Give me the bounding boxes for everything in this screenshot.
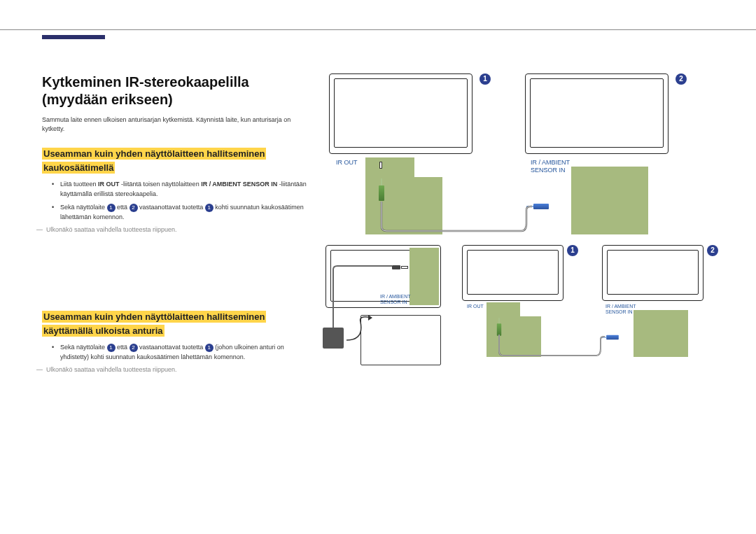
intro-paragraph: Sammuta laite ennen ulkoisen anturisarja… <box>42 115 308 133</box>
section1-line1: Useamman kuin yhden näyttölaitteen halli… <box>42 148 266 160</box>
figure1: 1 2 IR OUT IR / AMBIENT SENSOR IN <box>322 73 714 245</box>
num-badge-1d: 1 <box>205 344 214 352</box>
section1-bullet1: Liitä tuotteen IR OUT -liitäntä toisen n… <box>53 180 308 199</box>
text-column: Kytkeminen IR-stereokaapelilla (myydään … <box>42 73 308 385</box>
section1-bullets: Liitä tuotteen IR OUT -liitäntä toisen n… <box>42 180 308 222</box>
section1-note: Ulkonäkö saattaa vaihdella tuotteesta ri… <box>42 226 308 233</box>
section2-line1: Useamman kuin yhden näyttölaitteen halli… <box>42 311 266 323</box>
section2-heading: Useamman kuin yhden näyttölaitteen halli… <box>42 310 308 337</box>
page-content: Kytkeminen IR-stereokaapelilla (myydään … <box>42 73 728 385</box>
section2-note: Ulkonäkö saattaa vaihdella tuotteesta ri… <box>42 366 308 373</box>
fig2-cable <box>322 245 728 385</box>
section1-line2: kaukosäätimellä <box>42 162 115 174</box>
num-badge-1c: 1 <box>107 344 115 352</box>
section1-bullet2: Sekä näyttölaite 1 että 2 vastaanottavat… <box>53 203 308 222</box>
header-accent-bar <box>42 35 105 39</box>
fig1-cable <box>322 73 714 245</box>
page-title: Kytkeminen IR-stereokaapelilla (myydään … <box>42 73 308 108</box>
horizontal-rule <box>0 29 756 30</box>
figure-column: 1 2 IR OUT IR / AMBIENT SENSOR IN <box>322 73 728 385</box>
num-badge-1: 1 <box>107 204 115 212</box>
section2-bullets: Sekä näyttölaite 1 että 2 vastaanottavat… <box>42 343 308 362</box>
figure2: IR / AMBIENT SENSOR IN 1 2 IR OUT IR / A… <box>322 245 728 385</box>
section1-heading: Useamman kuin yhden näyttölaitteen halli… <box>42 147 308 174</box>
num-badge-2: 2 <box>130 204 138 212</box>
section2-line2: käyttämällä ulkoista anturia <box>42 325 164 337</box>
section2-bullet1: Sekä näyttölaite 1 että 2 vastaanottavat… <box>53 343 308 362</box>
num-badge-2b: 2 <box>130 344 138 352</box>
num-badge-1b: 1 <box>205 204 214 212</box>
